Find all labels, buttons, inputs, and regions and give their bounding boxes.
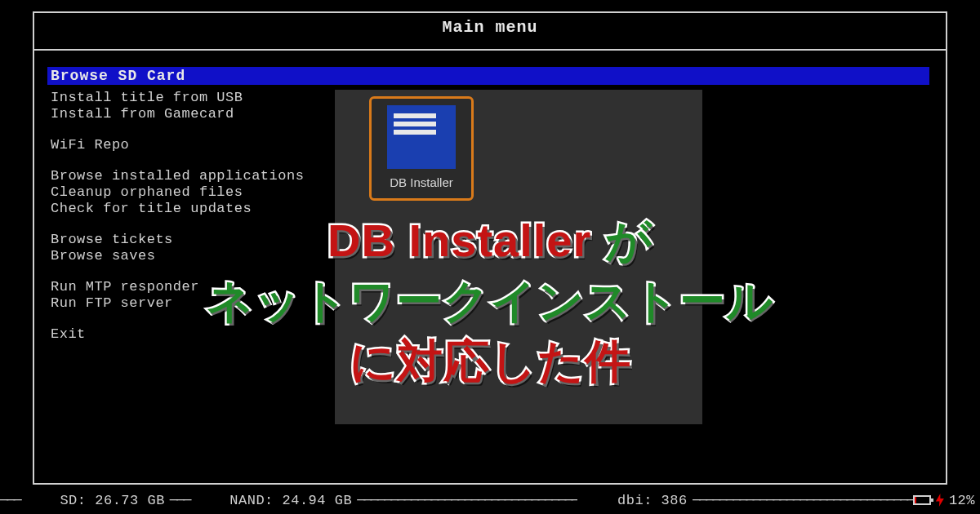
charging-icon — [936, 494, 944, 507]
status-dash-fill: ────────────────────────────────────────… — [693, 493, 913, 508]
menu-item[interactable]: Run FTP server — [51, 295, 304, 312]
menu-item[interactable]: Browse installed applications — [51, 168, 304, 184]
page-title: Main menu — [0, 18, 980, 37]
menu-item[interactable]: Browse saves — [51, 248, 304, 264]
menu-item[interactable]: Run MTP responder — [51, 279, 304, 295]
menu-item[interactable]: Check for title updates — [51, 201, 304, 217]
menu-item[interactable]: Install from Gamecard — [51, 106, 304, 122]
db-installer-icon — [387, 105, 456, 169]
status-dash: ─── — [0, 493, 20, 508]
status-bar: ─── SD: 26.73 GB ─── NAND: 24.94 GB ────… — [0, 490, 980, 511]
status-dash-fill: ────────────────────────────────────────… — [357, 493, 577, 508]
app-icon-tile[interactable]: DB Installer — [369, 96, 474, 201]
app-icon-label: DB Installer — [390, 175, 453, 189]
battery-level — [915, 497, 916, 503]
status-dash: ─── — [170, 493, 190, 508]
main-menu: Install title from USB Install from Game… — [51, 90, 304, 357]
menu-item[interactable]: Install title from USB — [51, 90, 304, 106]
menu-item[interactable]: WiFi Repo — [51, 137, 304, 153]
status-dbi: dbi: 386 — [577, 477, 692, 515]
menu-item-exit[interactable]: Exit — [51, 326, 304, 343]
divider — [34, 49, 947, 51]
battery-percent: 12% — [949, 493, 975, 508]
status-nand: NAND: 24.94 GB — [189, 477, 357, 515]
menu-item[interactable]: Cleanup orphaned files — [51, 184, 304, 201]
menu-item[interactable]: Browse tickets — [51, 232, 304, 248]
menu-item-selected[interactable]: Browse SD Card — [47, 67, 929, 85]
status-sd: SD: 26.73 GB — [20, 477, 170, 515]
battery-icon — [913, 495, 931, 505]
